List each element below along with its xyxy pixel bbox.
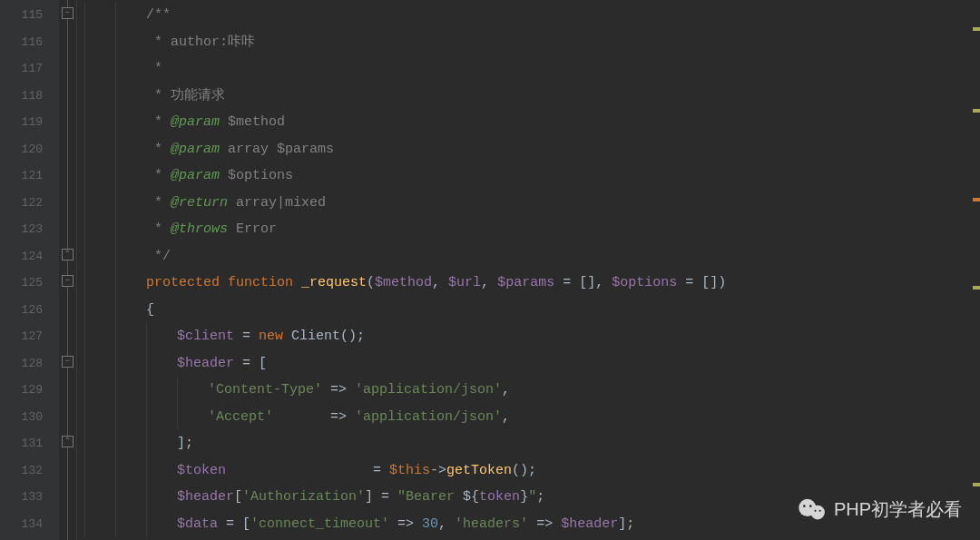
line-number: 125 xyxy=(0,270,59,297)
line-number: 123 xyxy=(0,216,59,243)
error-stripe-marker[interactable] xyxy=(973,286,980,290)
code-line[interactable]: { xyxy=(84,297,980,324)
line-number: 117 xyxy=(0,55,59,83)
wechat-icon xyxy=(798,498,827,522)
svg-point-3 xyxy=(809,505,812,507)
code-line[interactable]: * @return array|mixed xyxy=(84,190,980,217)
fold-gutter[interactable]: −⌃−−⌃ xyxy=(59,0,77,540)
fold-end-icon[interactable]: ⌃ xyxy=(62,249,74,260)
line-number: 115 xyxy=(0,2,59,29)
error-stripe-marker[interactable] xyxy=(973,109,980,113)
fold-collapse-icon[interactable]: − xyxy=(62,275,74,287)
code-line[interactable]: $client = new Client(); xyxy=(84,323,980,350)
code-line[interactable]: $header = [ xyxy=(84,350,980,378)
svg-point-1 xyxy=(810,505,825,519)
error-stripe-marker[interactable] xyxy=(973,198,980,201)
code-area[interactable]: /** * author:咔咔 * * 功能请求 * @param $metho… xyxy=(77,0,980,540)
code-line[interactable]: */ xyxy=(84,243,980,270)
line-number: 129 xyxy=(0,377,59,404)
code-line[interactable]: /** xyxy=(84,2,980,29)
watermark: PHP初学者必看 xyxy=(798,497,962,522)
watermark-text: PHP初学者必看 xyxy=(834,497,962,522)
code-line[interactable]: * @param $method xyxy=(84,109,980,136)
line-number: 130 xyxy=(0,404,59,431)
code-line[interactable]: * 功能请求 xyxy=(84,83,980,110)
code-line[interactable]: * @param $options xyxy=(84,162,980,190)
code-line[interactable]: * @param array $params xyxy=(84,136,980,163)
line-number: 120 xyxy=(0,136,59,163)
code-line[interactable]: 'Accept' => 'application/json', xyxy=(84,404,980,431)
line-number: 121 xyxy=(0,162,59,190)
code-line[interactable]: ]; xyxy=(84,430,980,457)
line-number: 131 xyxy=(0,430,59,457)
fold-end-icon[interactable]: ⌃ xyxy=(62,436,74,447)
line-number: 119 xyxy=(0,109,59,136)
line-number: 124 xyxy=(0,243,59,270)
line-number: 134 xyxy=(0,511,59,538)
code-line[interactable]: protected function _request($method, $ur… xyxy=(84,270,980,297)
line-number: 127 xyxy=(0,323,59,350)
line-number: 126 xyxy=(0,297,59,324)
scrollbar-markers xyxy=(971,0,980,540)
svg-point-2 xyxy=(803,505,806,507)
code-line[interactable]: * @throws Error xyxy=(84,216,980,243)
line-number: 116 xyxy=(0,29,59,56)
line-number: 122 xyxy=(0,190,59,217)
svg-point-4 xyxy=(814,509,816,511)
line-number: 132 xyxy=(0,457,59,485)
code-line[interactable]: 'Content-Type' => 'application/json', xyxy=(84,377,980,404)
line-number: 133 xyxy=(0,484,59,511)
line-number: 118 xyxy=(0,83,59,110)
fold-collapse-icon[interactable]: − xyxy=(62,7,74,19)
error-stripe-marker[interactable] xyxy=(973,27,980,31)
code-line[interactable]: * author:咔咔 xyxy=(84,29,980,56)
svg-point-5 xyxy=(819,509,821,511)
code-editor[interactable]: 1151161171181191201211221231241251261271… xyxy=(0,0,980,540)
line-number-gutter: 1151161171181191201211221231241251261271… xyxy=(0,0,59,540)
fold-collapse-icon[interactable]: − xyxy=(62,356,74,368)
line-number: 128 xyxy=(0,350,59,378)
code-line[interactable]: * xyxy=(84,55,980,83)
error-stripe-marker[interactable] xyxy=(973,483,980,486)
code-line[interactable]: $token = $this->getToken(); xyxy=(84,457,980,485)
